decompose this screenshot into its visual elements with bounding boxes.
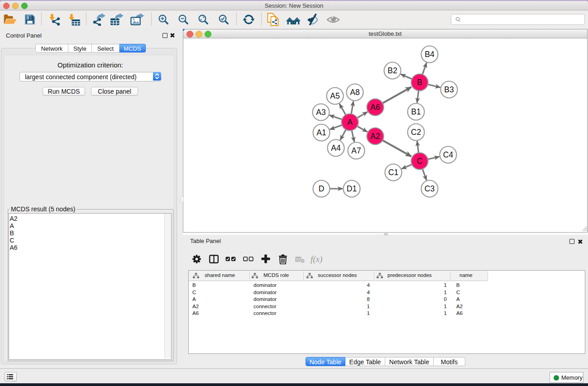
svg-text:A2: A2 [370,132,380,141]
svg-text:A8: A8 [350,88,359,97]
svg-text:C2: C2 [411,128,421,137]
svg-text:A7: A7 [351,146,361,155]
svg-text:C: C [417,157,423,166]
svg-text:A3: A3 [316,108,325,117]
svg-text:A1: A1 [316,128,326,137]
svg-text:A6: A6 [370,103,380,112]
svg-text:B4: B4 [425,50,435,59]
svg-text:A5: A5 [330,91,339,100]
svg-text:B1: B1 [411,107,421,116]
svg-text:B2: B2 [387,66,397,75]
svg-text:D: D [319,184,325,193]
svg-text:C3: C3 [425,184,435,193]
svg-text:B3: B3 [444,85,454,94]
svg-text:C1: C1 [388,168,398,177]
svg-text:C4: C4 [443,150,454,159]
svg-text:A4: A4 [331,143,341,152]
svg-text:B: B [417,78,422,87]
svg-text:A: A [347,118,353,127]
svg-text:D1: D1 [347,184,357,193]
